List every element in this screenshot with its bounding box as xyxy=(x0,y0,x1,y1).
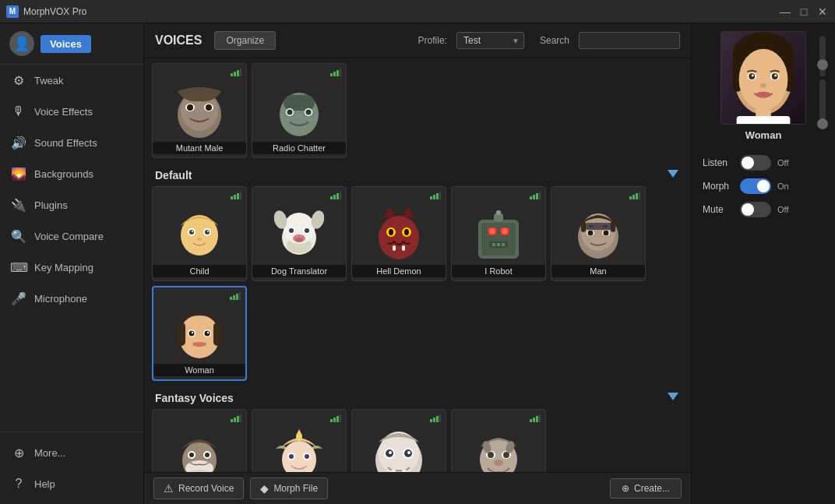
sidebar-item-help[interactable]: ? Help xyxy=(0,468,143,499)
signal-icon xyxy=(530,414,541,422)
svg-point-165 xyxy=(760,83,766,88)
create-icon: ⊕ xyxy=(622,483,629,494)
voice-card-dog-translator[interactable]: Dog Translator xyxy=(252,186,347,281)
right-panel-slider-1[interactable] xyxy=(819,36,826,76)
svg-point-14 xyxy=(287,110,293,115)
preview-name: Woman xyxy=(745,129,782,141)
svg-rect-115 xyxy=(234,418,236,422)
svg-point-158 xyxy=(739,49,788,111)
organize-button[interactable]: Organize xyxy=(214,31,276,50)
svg-rect-62 xyxy=(481,223,516,256)
sidebar-item-backgrounds[interactable]: 🌄 Backgrounds xyxy=(0,158,143,189)
sidebar-item-more[interactable]: ⊕ More... xyxy=(0,437,143,468)
window-controls: — □ ✕ xyxy=(779,5,829,18)
voice-card-man[interactable]: Man xyxy=(551,186,646,281)
svg-point-134 xyxy=(389,451,392,454)
svg-rect-140 xyxy=(436,416,439,422)
svg-point-122 xyxy=(305,454,309,459)
morph-toggle[interactable] xyxy=(740,178,771,194)
voice-label: Child xyxy=(153,265,246,277)
section-collapse-icon[interactable] xyxy=(668,392,680,404)
record-voice-button[interactable]: ⚠ Record Voice xyxy=(153,478,244,499)
svg-point-4 xyxy=(187,104,193,111)
sidebar-item-tweak[interactable]: ⚙ Tweak xyxy=(0,65,143,96)
right-panel-slider-2[interactable] xyxy=(819,79,826,120)
sidebar-item-label: Plugins xyxy=(34,199,68,211)
voice-label: Woman xyxy=(153,364,245,376)
restore-button[interactable]: □ xyxy=(798,5,810,18)
voice-card-mutant-male[interactable]: Mutant Male xyxy=(152,63,247,158)
morph-file-button[interactable]: ◆ Morph File xyxy=(250,478,328,499)
svg-rect-32 xyxy=(240,192,241,199)
voice-card-giant[interactable]: Giant xyxy=(351,409,446,472)
svg-point-99 xyxy=(192,332,193,333)
sidebar-item-microphone[interactable]: 🎤 Microphone xyxy=(0,283,143,314)
svg-rect-126 xyxy=(336,416,339,422)
svg-rect-124 xyxy=(330,419,333,422)
svg-rect-79 xyxy=(581,221,586,232)
voice-card-i-robot[interactable]: I Robot xyxy=(451,186,546,281)
sidebar-item-sound-effects[interactable]: 🔊 Sound Effects xyxy=(0,127,143,158)
voice-label: Mutant Male xyxy=(153,142,246,154)
svg-rect-88 xyxy=(629,196,632,199)
sidebar-item-key-mapping[interactable]: ⌨ Key Mapping xyxy=(0,252,143,283)
sidebar-item-plugins[interactable]: 🔌 Plugins xyxy=(0,189,143,220)
create-button[interactable]: ⊕ Create... xyxy=(610,478,682,499)
section-title: Default xyxy=(155,169,192,182)
section-collapse-icon[interactable] xyxy=(668,169,680,182)
svg-point-54 xyxy=(404,229,409,235)
voice-card-female-pixie[interactable]: Female Pixie xyxy=(252,409,347,472)
svg-rect-58 xyxy=(433,195,435,199)
svg-rect-73 xyxy=(530,196,532,199)
svg-rect-91 xyxy=(639,192,640,199)
svg-rect-31 xyxy=(237,193,239,199)
section-fantasy-voices: Fantasy Voices Dwarf xyxy=(152,386,683,472)
signal-icon xyxy=(230,292,241,300)
svg-point-147 xyxy=(494,460,503,466)
key-mapping-icon: ⌨ xyxy=(11,259,26,275)
voice-grid-default: Child Dog Translator xyxy=(152,186,683,386)
plugins-icon: 🔌 xyxy=(11,197,26,213)
svg-rect-104 xyxy=(236,294,238,300)
voices-button[interactable]: Voices xyxy=(41,35,91,53)
svg-point-112 xyxy=(189,453,194,457)
signal-icon xyxy=(231,414,241,422)
svg-rect-69 xyxy=(497,243,500,246)
voice-card-hell-demon[interactable]: Hell Demon xyxy=(351,186,446,281)
close-button[interactable]: ✕ xyxy=(816,5,829,18)
voice-card-radio-chatter[interactable]: Radio Chatter xyxy=(252,63,347,158)
main-content: VOICES Organize Profile: TestDefaultGami… xyxy=(144,23,691,504)
svg-point-101 xyxy=(192,342,206,347)
voice-card-dwarf[interactable]: Dwarf xyxy=(152,409,247,472)
sound-effects-icon: 🔊 xyxy=(11,135,26,150)
sidebar-item-label: Key Mapping xyxy=(34,262,93,273)
mute-control: Mute Off xyxy=(703,202,824,217)
search-input[interactable] xyxy=(579,32,680,49)
svg-point-48 xyxy=(379,216,419,259)
svg-rect-70 xyxy=(502,243,505,246)
svg-point-100 xyxy=(207,332,209,333)
svg-rect-117 xyxy=(240,414,241,422)
sidebar-item-voice-effects[interactable]: 🎙 Voice Effects xyxy=(0,96,143,127)
mute-toggle[interactable] xyxy=(740,202,771,217)
svg-rect-94 xyxy=(213,322,221,346)
profile-select[interactable]: TestDefaultGamingStreaming xyxy=(456,32,524,49)
sidebar-item-voice-compare[interactable]: 🔍 Voice Compare xyxy=(0,220,143,252)
voice-card-child[interactable]: Child xyxy=(152,186,247,281)
sidebar-item-label: Voice Compare xyxy=(34,231,104,242)
svg-rect-9 xyxy=(240,69,241,76)
more-icon: ⊕ xyxy=(11,445,26,460)
svg-point-86 xyxy=(588,231,594,236)
signal-icon xyxy=(629,192,640,199)
profile-label: Profile: xyxy=(418,35,447,46)
voice-card-woman[interactable]: Woman xyxy=(152,286,247,381)
svg-rect-75 xyxy=(536,193,538,199)
minimize-button[interactable]: — xyxy=(779,5,791,18)
voices-list[interactable]: Mutant Male Radio ChatterDefault xyxy=(144,58,691,472)
morph-control: Morph On xyxy=(703,178,824,194)
svg-rect-105 xyxy=(239,292,241,300)
voice-card-nasty-gnome[interactable]: Nasty Gnome xyxy=(451,409,546,472)
right-panel: Woman Listen Off Morph On Mute xyxy=(691,23,835,504)
listen-toggle[interactable] xyxy=(740,155,771,171)
svg-point-98 xyxy=(205,331,210,337)
